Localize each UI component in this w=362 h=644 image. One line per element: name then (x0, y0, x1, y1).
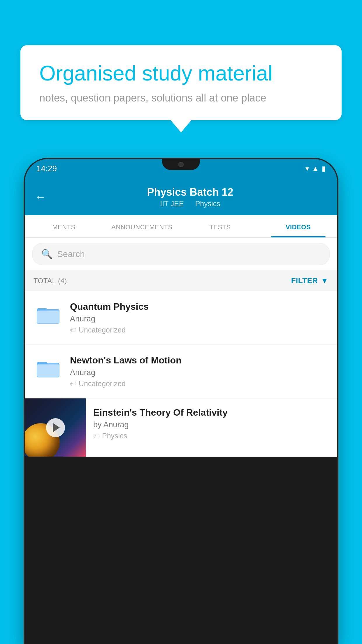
item-title: Quantum Physics (70, 301, 328, 312)
item-info: Newton's Laws of Motion Anurag 🏷 Uncateg… (70, 355, 328, 388)
phone-frame: 14:29 ▾ ▲ ▮ ← Physics Batch 12 IIT JEE P… (25, 159, 337, 644)
camera-icon (178, 162, 184, 167)
folder-icon (36, 356, 60, 380)
item-info: Einstein's Theory Of Relativity by Anura… (86, 398, 337, 457)
search-input[interactable]: Search (57, 249, 85, 259)
total-count: TOTAL (4) (34, 277, 67, 285)
subtitle-iitjee: IIT JEE (160, 200, 184, 208)
video-list: Quantum Physics Anurag 🏷 Uncategorized (25, 291, 337, 457)
folder-icon (36, 303, 60, 326)
battery-icon: ▮ (322, 164, 326, 173)
list-item[interactable]: Einstein's Theory Of Relativity by Anura… (25, 398, 337, 457)
item-tag: 🏷 Uncategorized (70, 326, 328, 334)
tag-label: Uncategorized (79, 379, 126, 388)
item-title: Einstein's Theory Of Relativity (93, 407, 330, 418)
search-bar-container: 🔍 Search (25, 238, 337, 270)
status-time: 14:29 (36, 164, 57, 173)
batch-subtitle: IIT JEE Physics (53, 200, 327, 208)
tab-videos[interactable]: VIDEOS (259, 215, 337, 237)
svg-rect-5 (37, 364, 59, 377)
play-button[interactable] (46, 418, 65, 437)
back-button[interactable]: ← (35, 191, 46, 203)
svg-rect-2 (37, 311, 59, 323)
speech-bubble-heading: Organised study material (39, 61, 323, 85)
list-item[interactable]: Quantum Physics Anurag 🏷 Uncategorized (25, 291, 337, 345)
notch (162, 159, 200, 170)
tag-label: Uncategorized (79, 326, 126, 334)
item-author: Anurag (70, 314, 328, 323)
tab-announcements[interactable]: ANNOUNCEMENTS (103, 215, 181, 237)
wifi-icon: ▾ (305, 164, 309, 173)
item-title: Newton's Laws of Motion (70, 355, 328, 366)
search-icon: 🔍 (41, 249, 53, 260)
filter-label: FILTER (291, 276, 318, 285)
speech-bubble-container: Organised study material notes, question… (20, 45, 342, 120)
tab-ments[interactable]: MENTS (25, 215, 103, 237)
item-tag: 🏷 Physics (93, 432, 330, 440)
video-thumbnail-image (25, 398, 86, 457)
tag-icon: 🏷 (70, 380, 76, 388)
speech-bubble: Organised study material notes, question… (20, 45, 342, 120)
tab-tests[interactable]: TESTS (181, 215, 259, 237)
signal-icon: ▲ (312, 164, 319, 173)
search-bar[interactable]: 🔍 Search (32, 243, 330, 265)
tag-icon: 🏷 (70, 326, 76, 334)
status-bar: 14:29 ▾ ▲ ▮ (25, 159, 337, 178)
tab-bar: MENTS ANNOUNCEMENTS TESTS VIDEOS (25, 215, 337, 238)
filter-button[interactable]: FILTER ▼ (291, 276, 328, 285)
status-icons: ▾ ▲ ▮ (305, 164, 326, 173)
app-background: Organised study material notes, question… (0, 0, 362, 644)
item-tag: 🏷 Uncategorized (70, 379, 328, 388)
tag-label: Physics (102, 432, 127, 440)
item-author: by Anurag (93, 420, 330, 429)
app-header: ← Physics Batch 12 IIT JEE Physics (25, 178, 337, 215)
header-title-block: Physics Batch 12 IIT JEE Physics (53, 186, 327, 208)
list-item[interactable]: Newton's Laws of Motion Anurag 🏷 Uncateg… (25, 345, 337, 398)
subtitle-physics: Physics (195, 200, 220, 208)
item-thumbnail (34, 355, 63, 380)
speech-bubble-subtext: notes, question papers, solutions all at… (39, 92, 323, 104)
item-thumbnail (34, 301, 63, 326)
batch-title: Physics Batch 12 (53, 186, 327, 198)
item-info: Quantum Physics Anurag 🏷 Uncategorized (70, 301, 328, 334)
tag-icon: 🏷 (93, 432, 100, 440)
filter-icon: ▼ (321, 276, 328, 285)
play-icon (53, 423, 60, 432)
filter-bar: TOTAL (4) FILTER ▼ (25, 270, 337, 291)
item-author: Anurag (70, 368, 328, 377)
